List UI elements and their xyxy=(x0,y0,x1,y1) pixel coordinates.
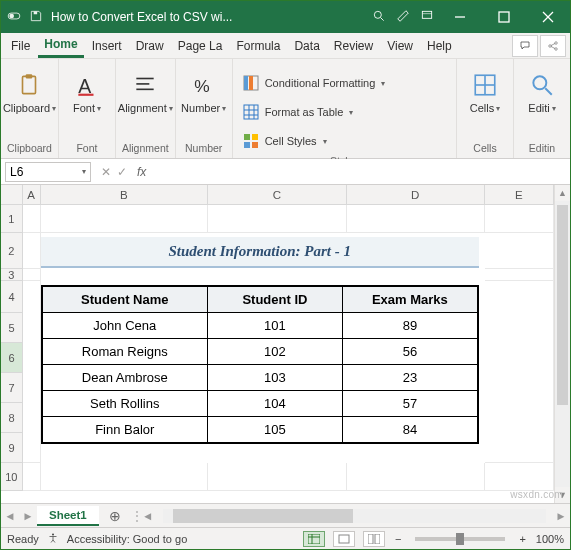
sheet-tab[interactable]: Sheet1 xyxy=(37,506,99,526)
cells-button[interactable]: Cells▾ xyxy=(463,69,507,116)
cell-styles-button[interactable]: Cell Styles▾ xyxy=(243,127,327,155)
svg-rect-35 xyxy=(252,142,258,148)
svg-rect-17 xyxy=(26,74,33,78)
row-header[interactable]: 2 xyxy=(1,233,23,269)
scroll-up-icon[interactable]: ▲ xyxy=(555,185,570,201)
tab-view[interactable]: View xyxy=(381,35,419,57)
tab-review[interactable]: Review xyxy=(328,35,379,57)
view-layout-button[interactable] xyxy=(333,531,355,547)
svg-rect-42 xyxy=(308,534,320,544)
svg-line-15 xyxy=(551,46,555,48)
row-header[interactable]: 3 xyxy=(1,269,23,281)
alignment-button[interactable]: Alignment▾ xyxy=(123,69,167,116)
row-header[interactable]: 6 xyxy=(1,343,23,373)
group-cells: Cells▾ Cells xyxy=(457,59,514,158)
alignment-label: Alignment xyxy=(118,102,167,114)
minimize-button[interactable] xyxy=(438,1,482,33)
number-button[interactable]: % Number▾ xyxy=(182,69,226,116)
font-button[interactable]: A Font▾ xyxy=(65,69,109,116)
group-styles: Conditional Formatting▾ Format as Table▾… xyxy=(233,59,457,158)
chevron-down-icon: ▾ xyxy=(52,104,56,113)
col-header-A[interactable]: A xyxy=(23,185,41,205)
format-as-table-icon xyxy=(243,104,259,120)
vertical-scrollbar[interactable]: ▲ ▼ xyxy=(554,185,570,503)
group-name-clipboard: Clipboard xyxy=(7,142,52,156)
close-button[interactable] xyxy=(526,1,570,33)
formula-input[interactable] xyxy=(150,162,570,182)
hscroll-thumb[interactable] xyxy=(173,509,353,523)
accessibility-icon xyxy=(47,532,59,546)
hscroll-right[interactable]: ► xyxy=(552,510,570,522)
svg-point-13 xyxy=(555,47,558,50)
zoom-in-button[interactable]: + xyxy=(517,533,527,545)
row-header[interactable]: 5 xyxy=(1,313,23,343)
tab-draw[interactable]: Draw xyxy=(130,35,170,57)
row-header[interactable]: 8 xyxy=(1,403,23,433)
cancel-icon[interactable]: ✕ xyxy=(101,165,111,179)
tab-help[interactable]: Help xyxy=(421,35,458,57)
row-header[interactable]: 1 xyxy=(1,205,23,233)
group-editing: Editi▾ Editin xyxy=(514,59,570,158)
zoom-out-button[interactable]: − xyxy=(393,533,403,545)
comments-button[interactable] xyxy=(512,35,538,57)
tab-formulas[interactable]: Formula xyxy=(230,35,286,57)
sheet-nav-prev[interactable]: ◄ xyxy=(1,510,19,522)
clipboard-button[interactable]: Clipboard▾ xyxy=(7,69,51,116)
hscroll-left[interactable]: ◄ xyxy=(139,510,157,522)
table-header: Student ID xyxy=(207,286,342,313)
col-header-B[interactable]: B xyxy=(41,185,209,205)
select-all-corner[interactable] xyxy=(1,185,23,205)
share-button[interactable] xyxy=(540,35,566,57)
row-header[interactable]: 9 xyxy=(1,433,23,463)
svg-rect-47 xyxy=(375,534,380,544)
row-header[interactable]: 7 xyxy=(1,373,23,403)
group-number: % Number▾ Number xyxy=(176,59,233,158)
maximize-button[interactable] xyxy=(482,1,526,33)
svg-point-41 xyxy=(52,533,54,535)
row-header[interactable]: 10 xyxy=(1,463,23,491)
view-normal-button[interactable] xyxy=(303,531,325,547)
sheet-nav-next[interactable]: ► xyxy=(19,510,37,522)
mode-icon[interactable] xyxy=(396,9,410,26)
percent-icon: % xyxy=(190,71,218,99)
view-pagebreak-button[interactable] xyxy=(363,531,385,547)
conditional-formatting-button[interactable]: Conditional Formatting▾ xyxy=(243,69,386,97)
name-box[interactable]: L6 ▾ xyxy=(5,162,91,182)
clipboard-icon xyxy=(15,71,43,99)
tab-file[interactable]: File xyxy=(5,35,36,57)
horizontal-scrollbar[interactable] xyxy=(163,509,546,523)
tab-data[interactable]: Data xyxy=(288,35,325,57)
tab-home[interactable]: Home xyxy=(38,33,83,58)
svg-rect-16 xyxy=(23,76,36,93)
number-label: Number xyxy=(181,102,220,114)
svg-point-39 xyxy=(533,76,546,89)
scroll-thumb[interactable] xyxy=(557,205,568,405)
row-header[interactable]: 4 xyxy=(1,281,23,313)
group-name-font: Font xyxy=(65,142,109,156)
new-sheet-button[interactable]: ⊕ xyxy=(99,508,131,524)
scroll-down-icon[interactable]: ▼ xyxy=(555,487,570,503)
tab-page-layout[interactable]: Page La xyxy=(172,35,229,57)
col-header-D[interactable]: D xyxy=(347,185,485,205)
col-header-C[interactable]: C xyxy=(208,185,346,205)
zoom-slider[interactable] xyxy=(415,537,505,541)
zoom-level[interactable]: 100% xyxy=(536,533,564,545)
svg-point-11 xyxy=(549,44,552,47)
grid[interactable]: A B C D E 1 2 Student Information: Part … xyxy=(1,185,554,503)
autosave-toggle[interactable] xyxy=(7,9,21,26)
save-icon[interactable] xyxy=(29,9,43,26)
enter-icon[interactable]: ✓ xyxy=(117,165,127,179)
svg-rect-25 xyxy=(244,76,248,90)
tab-insert[interactable]: Insert xyxy=(86,35,128,57)
format-as-table-label: Format as Table xyxy=(265,106,344,118)
name-box-value: L6 xyxy=(10,165,23,179)
ribbon-options-icon[interactable] xyxy=(420,9,434,26)
editing-button[interactable]: Editi▾ xyxy=(520,69,564,116)
status-ready: Ready xyxy=(7,533,39,545)
svg-rect-8 xyxy=(499,12,509,22)
search-icon[interactable] xyxy=(372,9,386,26)
fx-icon[interactable]: fx xyxy=(133,165,150,179)
group-alignment: Alignment▾ Alignment xyxy=(116,59,176,158)
col-header-E[interactable]: E xyxy=(485,185,554,205)
format-as-table-button[interactable]: Format as Table▾ xyxy=(243,98,354,126)
